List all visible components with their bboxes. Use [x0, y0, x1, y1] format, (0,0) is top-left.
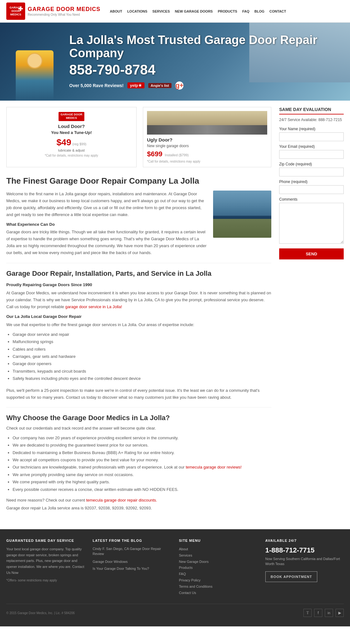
zip-area-text: Garage door repair La Jolla service area… [6, 506, 271, 510]
footer-copyright: © 2015 Garage Door Medics, Inc. | Lic. #… [6, 611, 75, 615]
footer-col1-text: Your best local garage door company. Top… [6, 546, 85, 575]
promo-card2-subtitle: New single garage doors [147, 144, 267, 148]
site-menu-about[interactable]: About [179, 546, 257, 552]
send-button[interactable]: SEND [279, 248, 344, 259]
logo-box: GARAGEDOORMEDICS ✚ GARAGE DOOR MEDICS Re… [6, 3, 100, 20]
footer: GUARANTEED SAME DAY SERVICE Your best lo… [0, 529, 350, 626]
site-menu-services[interactable]: Services [179, 552, 257, 559]
promo-card1-title: Loud Door? [11, 124, 132, 129]
services-list: Garage door service and repair Malfuncti… [13, 331, 271, 382]
nav-new-garage-doors[interactable]: NEW GARAGE DOORS [175, 9, 213, 13]
site-menu-new-garage-doors[interactable]: New Garage Doors [179, 559, 257, 565]
logo-tagline: Recommending Only What You Need [28, 13, 100, 16]
why-link1[interactable]: temecula garage door reviews! [186, 465, 242, 469]
nav-products[interactable]: PRODUCTS [218, 9, 237, 13]
promo-card2-installed: Installed ($799) [165, 153, 189, 157]
list-item: Carriages, gear sets and hardware [13, 353, 271, 360]
section1-content: Welcome to the first name in La Jolla ga… [6, 191, 271, 257]
logo-image: GARAGEDOORMEDICS ✚ [6, 3, 25, 20]
blog-post-2[interactable]: Garage Door Windows [93, 560, 171, 564]
section1-title: The Finest Garage Door Repair Company La… [6, 176, 271, 186]
yelp-badge: yelp★ [127, 82, 144, 88]
list-item: Garage door service and repair [13, 331, 271, 338]
hero-headline: La Jolla's Most Trusted Garage Door Repa… [69, 34, 341, 60]
footer-phone: 1-888-712-7715 [265, 546, 344, 554]
why-link2[interactable]: temecula garage door repair discounts. [86, 498, 157, 502]
site-menu-products[interactable]: Products [179, 565, 257, 571]
blog-post-3[interactable]: Is Your Garage Door Talking To You? [93, 567, 171, 570]
nav-faq[interactable]: FAQ [242, 9, 250, 13]
sidebar-service-line: 24/7 Service Available: 888-712-7215 [279, 118, 344, 122]
nav-blog[interactable]: BLOG [254, 9, 264, 13]
more-reasons-text: Need more reasons? Check out our current… [6, 498, 271, 502]
hero-mascot [6, 44, 63, 101]
angies-badge: Angie's list [148, 83, 172, 88]
nav-services[interactable]: SERVICES [152, 9, 170, 13]
promo-card1-subtitle: You Need a Tune-Up! [11, 130, 132, 135]
nav-contact[interactable]: CONTACT [269, 9, 286, 13]
sidebar: SAME DAY EVALUATION 24/7 Service Availab… [279, 107, 344, 510]
cliff-image [213, 191, 271, 238]
why-list-item: We arrive promptly providing same day se… [13, 471, 271, 478]
why-list-item: Our technicians are knowledgeable, train… [13, 464, 271, 471]
inspection-text: Plus, we'll perform a 25-point inspectio… [6, 387, 271, 401]
email-input[interactable] [279, 150, 344, 159]
hero-section: La Jolla's Most Trusted Garage Door Repa… [0, 23, 350, 101]
site-menu-privacy[interactable]: Privacy Policy [179, 577, 257, 584]
nav-about[interactable]: ABOUT [110, 9, 122, 13]
why-list-item: We come prepared with only the highest q… [13, 478, 271, 486]
list-item: Cables and rollers [13, 346, 271, 353]
reviews-text: Over 5,000 Rave Reviews! [69, 83, 124, 88]
hero-reviews-bar: Over 5,000 Rave Reviews! yelp★ Angie's l… [69, 81, 341, 90]
comments-label: Comments [279, 197, 344, 202]
promo-cards-row: GARAGE DOORMEDICS Loud Door? You Need a … [6, 107, 271, 167]
zip-input[interactable] [279, 168, 344, 176]
list-item: Safety features including photo eyes and… [13, 375, 271, 382]
book-appointment-button[interactable]: BOOK APPOINTMENT [265, 571, 318, 582]
footer-col1-note: *Offers- some restrictions may apply [6, 579, 85, 582]
site-menu-terms[interactable]: Terms and Conditions [179, 584, 257, 590]
promo-card1-disclaimer: *Call for details, restrictions may appl… [11, 154, 132, 157]
promo-card2-price: $699 [147, 150, 162, 158]
why-list-item: Dedicated to maintaining a Better Busine… [13, 449, 271, 456]
why-list-item: We accept all competitors coupons to pro… [13, 456, 271, 464]
local-heading: Our La Jolla Local Garage Door Repair [6, 314, 271, 319]
local-text: We use that expertise to offer the fines… [6, 321, 271, 328]
phone-input[interactable] [279, 185, 344, 194]
proudly-heading: Proudly Repairing Garage Doors Since 199… [6, 282, 271, 287]
list-item: Garage door openers [13, 360, 271, 367]
promo-card2-title: Ugly Door? [147, 137, 267, 142]
why-list-item: We are dedicated to providing the guaran… [13, 441, 271, 449]
why-list-item: Every possible customer receives a conci… [13, 486, 271, 493]
site-menu-faq[interactable]: FAQ [179, 571, 257, 577]
linkedin-icon[interactable]: in [325, 609, 333, 617]
footer-col1-title: GUARANTEED SAME DAY SERVICE [6, 539, 85, 542]
why-intro: Check out our credentials and track reco… [6, 426, 271, 430]
gplus-badge: g+ [175, 81, 183, 90]
section1-text: Welcome to the first name in La Jolla ga… [6, 191, 207, 257]
site-menu-contact[interactable]: Contact Us [179, 590, 257, 596]
name-input[interactable] [279, 132, 344, 141]
footer-col4: AVAILABLE 24/7 1-888-712-7715 Now Servin… [265, 539, 344, 596]
divider2 [6, 407, 271, 408]
promo-card-door: Ugly Door? New single garage doors $699 … [143, 107, 271, 167]
promo-card2-disclaimer: *Call for details, restrictions may appl… [147, 160, 267, 163]
sidebar-title: SAME DAY EVALUATION [279, 107, 344, 114]
footer-grid: GUARANTEED SAME DAY SERVICE Your best lo… [6, 539, 344, 596]
social-icons-bar: 𝕋 f in ▶ [303, 609, 344, 617]
comments-textarea[interactable] [279, 203, 344, 244]
name-label: Your Name (required) [279, 127, 344, 131]
youtube-icon[interactable]: ▶ [336, 609, 344, 617]
footer-serving: Now Serving Southern California and Dall… [265, 556, 344, 567]
blog-post-1[interactable]: Cindy F. San Diego, CA Garage Door Repai… [93, 546, 171, 557]
proudly-link[interactable]: garage door service in La Jolla! [65, 304, 122, 309]
twitter-icon[interactable]: 𝕋 [303, 609, 312, 617]
list-item: Malfunctioning springs [13, 338, 271, 345]
section3-title: Why Choose the Garage Door Medics in La … [6, 414, 271, 422]
hero-content: La Jolla's Most Trusted Garage Door Repa… [69, 34, 341, 90]
email-label: Your Email (required) [279, 144, 344, 149]
nav-locations[interactable]: LOCATIONS [127, 9, 147, 13]
facebook-icon[interactable]: f [314, 609, 322, 617]
logo-text: GARAGE DOOR MEDICS [28, 6, 100, 12]
promo-card1-logo: GARAGE DOORMEDICS [59, 112, 84, 121]
